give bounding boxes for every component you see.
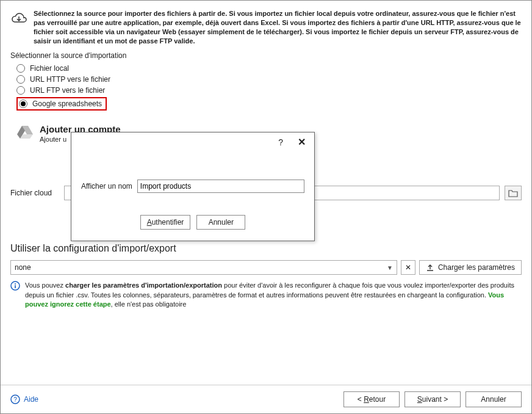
radio-icon (16, 75, 25, 84)
radio-label: Google spreadsheets (32, 100, 102, 108)
radio-option-local[interactable]: Fichier local (16, 63, 522, 74)
radio-icon (16, 86, 25, 95)
radio-option-google[interactable]: Google spreadsheets (16, 97, 107, 111)
help-icon: ? (10, 394, 20, 404)
display-name-input[interactable] (137, 180, 304, 193)
authenticate-button[interactable]: Authentifier (140, 215, 191, 230)
radio-list: Fichier local URL HTTP vers le fichier U… (10, 63, 522, 112)
cancel-button[interactable]: Annuler (466, 391, 522, 407)
clear-config-button[interactable]: ✕ (401, 260, 415, 275)
upload-icon (426, 263, 434, 272)
info-text: Vous pouvez charger les paramètres d'imp… (25, 281, 522, 309)
config-selected-value: none (15, 263, 31, 272)
chevron-down-icon: ▼ (387, 264, 393, 271)
config-select[interactable]: none ▼ (10, 260, 397, 275)
google-drive-icon (16, 124, 34, 140)
help-link[interactable]: ? Aide (10, 394, 38, 404)
dialog-close-button[interactable]: ✕ (294, 135, 309, 149)
source-label: Sélectionner la source d'importation (10, 51, 522, 60)
cloud-file-label: Fichier cloud (10, 189, 59, 197)
svg-rect-5 (15, 285, 16, 288)
info-icon (10, 281, 20, 309)
top-info-text: Sélectionnez la source pour importer des… (34, 9, 522, 45)
folder-icon (508, 189, 518, 197)
load-params-label: Charger les paramètres (438, 263, 515, 272)
load-params-button[interactable]: Charger les paramètres (419, 260, 522, 275)
radio-icon (16, 64, 25, 73)
display-name-label: Afficher un nom (81, 182, 132, 191)
svg-text:?: ? (13, 396, 17, 403)
next-button[interactable]: Suivant > (404, 391, 461, 407)
config-title: Utiliser la configuration d'import/expor… (10, 243, 522, 254)
radio-option-ftp[interactable]: URL FTP vers le fichier (16, 85, 522, 96)
back-button[interactable]: < Retour (343, 391, 400, 407)
dialog-help-button[interactable]: ? (278, 137, 283, 147)
radio-label: Fichier local (30, 64, 69, 73)
radio-label: URL HTTP vers le fichier (30, 75, 110, 84)
dialog-cancel-button[interactable]: Annuler (196, 215, 245, 230)
svg-point-4 (15, 283, 16, 285)
cloud-download-icon (10, 9, 27, 45)
radio-option-http[interactable]: URL HTTP vers le fichier (16, 74, 522, 85)
display-name-dialog: ? ✕ Afficher un nom Authentifier Annuler (71, 132, 315, 241)
help-label: Aide (24, 395, 38, 404)
browse-folder-button[interactable] (505, 186, 522, 200)
radio-icon (19, 100, 27, 108)
close-icon: ✕ (405, 263, 411, 272)
radio-label: URL FTP vers le fichier (30, 86, 105, 95)
